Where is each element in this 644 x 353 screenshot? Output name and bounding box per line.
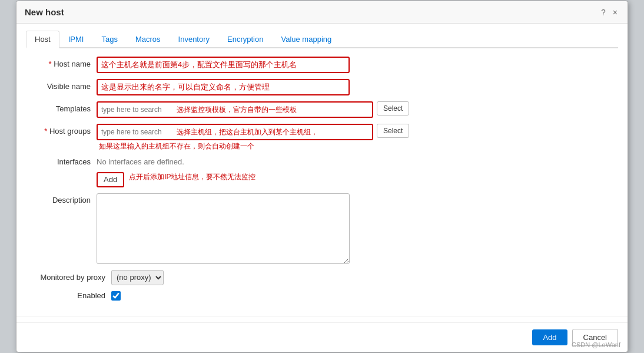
enabled-checkbox[interactable] xyxy=(111,291,121,301)
host-groups-select-button[interactable]: Select xyxy=(377,124,409,138)
tabs: Host IPMI Tags Macros Inventory Encrypti… xyxy=(26,31,618,48)
tab-inventory[interactable]: Inventory xyxy=(170,31,218,48)
tab-ipmi[interactable]: IPMI xyxy=(59,31,93,48)
add-interface-row: Add 点开后添加IP地址信息，要不然无法监控 xyxy=(26,172,618,187)
host-groups-row: Host groups 选择主机组，把这台主机加入到某个主机组， 如果这里输入的… xyxy=(26,124,618,151)
enabled-label: Enabled xyxy=(26,291,111,300)
host-name-label: Host name xyxy=(26,57,97,68)
tab-tags[interactable]: Tags xyxy=(92,31,126,48)
visible-name-value: 这是显示出来的名字，可以自定义命名，方便管理 xyxy=(101,83,270,91)
add-interface-button[interactable]: Add xyxy=(97,172,124,187)
tab-encryption[interactable]: Encryption xyxy=(218,31,272,48)
host-groups-label: Host groups xyxy=(26,124,97,136)
host-groups-hint-below: 如果这里输入的主机组不存在，则会自动创建一个 xyxy=(97,141,373,151)
visible-name-row: Visible name 这是显示出来的名字，可以自定义命名，方便管理 xyxy=(26,79,618,95)
dialog-footer: Add Cancel xyxy=(16,322,628,352)
add-spacer xyxy=(26,172,97,175)
host-name-row: Host name 这个主机名就是前面第4步，配置文件里面写的那个主机名 xyxy=(26,57,618,73)
add-button[interactable]: Add xyxy=(532,329,567,345)
help-icon[interactable]: ? xyxy=(599,8,608,17)
host-groups-wrapper: 选择主机组，把这台主机加入到某个主机组， 如果这里输入的主机组不存在，则会自动创… xyxy=(97,124,373,151)
visible-name-label: Visible name xyxy=(26,79,97,91)
visible-name-field[interactable]: 这是显示出来的名字，可以自定义命名，方便管理 xyxy=(97,79,350,95)
dialog-title: New host xyxy=(25,7,64,17)
templates-row: Templates 选择监控项模板，官方自带的一些模板 Select xyxy=(26,101,618,118)
enabled-row: Enabled xyxy=(26,291,618,301)
templates-search-input[interactable] xyxy=(98,104,174,116)
dialog-body: Host IPMI Tags Macros Inventory Encrypti… xyxy=(16,24,628,314)
interfaces-text: No interfaces are defined. xyxy=(97,157,184,166)
host-groups-hint: 选择主机组，把这台主机加入到某个主机组， xyxy=(174,127,372,137)
description-label: Description xyxy=(26,193,97,204)
templates-input-wrapper: 选择监控项模板，官方自带的一些模板 xyxy=(97,101,373,118)
host-name-field[interactable]: 这个主机名就是前面第4步，配置文件里面写的那个主机名 xyxy=(97,57,350,73)
host-name-value: 这个主机名就是前面第4步，配置文件里面写的那个主机名 xyxy=(101,60,297,69)
description-row: Description xyxy=(26,193,618,264)
proxy-row: Monitored by proxy (no proxy) xyxy=(26,270,618,285)
watermark: CSDN @LoWanf xyxy=(572,341,620,348)
footer-divider xyxy=(16,316,628,316)
interfaces-label: Interfaces xyxy=(26,157,97,166)
proxy-label: Monitored by proxy xyxy=(26,273,111,282)
close-icon[interactable]: × xyxy=(611,8,619,17)
add-hint: 点开后添加IP地址信息，要不然无法监控 xyxy=(129,172,255,182)
proxy-select[interactable]: (no proxy) xyxy=(111,270,164,285)
dialog-titlebar: New host ? × xyxy=(16,1,628,24)
tab-macros[interactable]: Macros xyxy=(127,31,170,48)
new-host-dialog: New host ? × Host IPMI Tags Macros Inven… xyxy=(16,1,628,352)
description-textarea[interactable] xyxy=(97,193,350,264)
tab-host[interactable]: Host xyxy=(26,31,59,48)
host-groups-search-input[interactable] xyxy=(98,126,174,138)
tab-value-mapping[interactable]: Value mapping xyxy=(272,31,340,48)
host-groups-input-row: 选择主机组，把这台主机加入到某个主机组， xyxy=(97,124,373,140)
templates-label: Templates xyxy=(26,101,97,113)
templates-select-button[interactable]: Select xyxy=(377,101,409,116)
templates-hint: 选择监控项模板，官方自带的一些模板 xyxy=(174,105,372,115)
interfaces-row: Interfaces No interfaces are defined. xyxy=(26,157,618,166)
dialog-controls: ? × xyxy=(599,8,619,17)
